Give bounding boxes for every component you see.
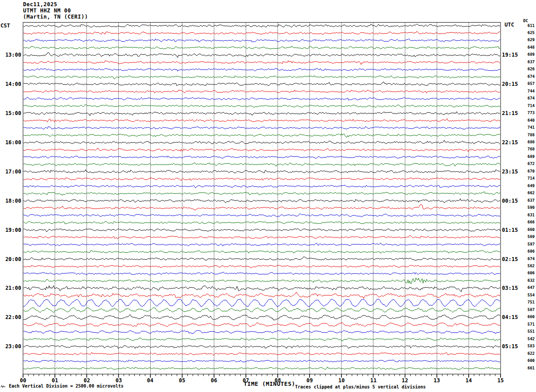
left-time-label-16:00: 16:00: [1, 139, 21, 146]
seismogram-trace-row-6: [23, 68, 500, 71]
right-time-label-02:15: 02:15: [502, 256, 518, 262]
helicorder-page: Dec11,2025 UTMT HHZ NM 00 (Martin, TN (C…: [0, 0, 536, 392]
left-time-label-21:00: 21:00: [1, 285, 21, 291]
dc-value-row-9: 744: [522, 89, 535, 93]
seismogram-trace-row-31: [23, 250, 500, 253]
seismogram-trace-row-40: [23, 315, 500, 320]
seismogram-trace-row-12: [23, 111, 500, 115]
dc-value-row-4: 689: [522, 52, 535, 57]
dc-value-row-15: 788: [522, 133, 535, 137]
dc-value-row-32: 674: [522, 257, 535, 261]
seismogram-trace-row-19: [23, 162, 500, 166]
seismogram-trace-row-23: [23, 192, 500, 196]
dc-value-row-44: 583: [522, 344, 535, 348]
x-tick-label-06: 06: [207, 377, 221, 384]
dc-value-row-2: 629: [522, 38, 535, 42]
dc-value-row-8: 657: [522, 81, 535, 86]
right-time-label-00:15: 00:15: [502, 198, 518, 204]
seismogram-trace-row-34: [23, 272, 500, 275]
dc-value-row-37: 554: [522, 293, 535, 297]
left-time-label-19:00: 19:00: [1, 227, 21, 233]
left-time-label-17:00: 17:00: [1, 169, 21, 175]
dc-value-row-14: 741: [522, 125, 535, 130]
seismogram-trace-row-41: [23, 323, 500, 327]
seismogram-trace-row-26: [23, 214, 500, 217]
dc-value-row-39: 567: [522, 307, 535, 312]
left-time-label-20:00: 20:00: [1, 256, 21, 262]
x-tick-label-15: 15: [493, 377, 508, 384]
seismogram-trace-row-7: [23, 76, 500, 79]
seismogram-trace-row-22: [23, 185, 500, 188]
right-time-label-01:15: 01:15: [502, 227, 518, 233]
dc-value-row-25: 590: [522, 205, 535, 210]
right-time-label-20:15: 20:15: [502, 81, 518, 87]
seismogram-trace-row-29: [23, 235, 500, 239]
seismogram-trace-row-46: [23, 360, 500, 362]
x-axis-title: TIME (MINUTES): [244, 380, 295, 387]
seismogram-trace-row-43: [23, 338, 500, 341]
dc-value-row-35: 632: [522, 278, 535, 283]
seismogram-trace-row-18: [23, 156, 500, 159]
seismogram-trace-row-30: [23, 243, 500, 246]
seismogram-trace-row-4: [23, 52, 500, 58]
x-tick-label-13: 13: [430, 377, 444, 384]
seismogram-trace-row-36: [23, 286, 500, 292]
dc-value-row-36: 647: [522, 285, 535, 290]
dc-value-row-41: 571: [522, 322, 535, 327]
x-tick-label-10: 10: [334, 377, 349, 384]
dc-value-row-7: 674: [522, 74, 535, 79]
x-tick-label-00: 00: [16, 377, 30, 384]
seismogram-trace-row-39: [23, 307, 500, 313]
dc-value-row-43: 542: [522, 337, 535, 341]
dc-value-row-10: 674: [522, 96, 535, 100]
left-time-label-15:00: 15:00: [1, 110, 21, 116]
dc-value-row-30: 597: [522, 242, 535, 246]
seismogram-trace-row-35: [23, 278, 500, 284]
seismogram-trace-row-11: [23, 104, 500, 108]
x-tick-label-14: 14: [462, 377, 476, 384]
dc-value-row-29: 569: [522, 234, 535, 239]
seismogram-trace-row-8: [23, 82, 500, 86]
dc-value-row-12: 773: [522, 111, 535, 115]
seismogram-trace-row-0: [23, 24, 500, 27]
seismogram-trace-row-33: [23, 265, 500, 268]
seismogram-trace-row-45: [23, 352, 500, 355]
dc-value-row-45: 622: [522, 351, 535, 356]
dc-value-row-34: 606: [522, 271, 535, 275]
dc-value-row-0: 611: [522, 23, 535, 28]
dc-value-row-26: 631: [522, 213, 535, 217]
seismogram-trace-row-9: [23, 90, 500, 93]
dc-value-row-23: 662: [522, 191, 535, 195]
right-time-label-04:15: 04:15: [502, 314, 518, 320]
seismogram-trace-row-42: [23, 331, 500, 334]
dc-value-row-20: 670: [522, 169, 535, 173]
footer-scale-note: Each Vertical Division = 2500.00 microvo…: [9, 384, 124, 388]
dc-value-row-33: 562: [522, 264, 535, 268]
dc-value-row-1: 625: [522, 31, 535, 35]
x-tick-label-12: 12: [398, 377, 412, 384]
right-time-label-03:15: 03:15: [502, 285, 518, 291]
left-time-label-13:00: 13:00: [1, 52, 21, 58]
seismogram-trace-row-2: [23, 38, 500, 42]
dc-value-row-42: 551: [522, 329, 535, 334]
seismogram-trace-row-13: [23, 119, 500, 122]
seismogram-trace-row-1: [23, 31, 500, 35]
right-time-label-22:15: 22:15: [502, 139, 518, 146]
dc-value-row-18: 689: [522, 154, 535, 159]
x-tick-label-02: 02: [80, 377, 94, 384]
seismogram-trace-row-20: [23, 170, 500, 173]
left-time-label-22:00: 22:00: [1, 314, 21, 320]
seismogram-trace-row-15: [23, 134, 500, 137]
dc-value-row-6: 626: [522, 67, 535, 71]
seismogram-trace-row-25: [23, 204, 500, 210]
seismogram-trace-row-5: [23, 61, 500, 65]
dc-value-row-31: 606: [522, 249, 535, 254]
left-time-label-18:00: 18:00: [1, 198, 21, 204]
right-time-label-23:15: 23:15: [502, 169, 518, 175]
seismogram-trace-row-10: [23, 97, 500, 100]
x-tick-label-05: 05: [175, 377, 189, 384]
dc-value-row-46: 600: [522, 358, 535, 363]
seismogram-trace-row-27: [23, 222, 500, 224]
dc-value-row-38: 751: [522, 300, 535, 304]
dc-value-row-24: 637: [522, 198, 535, 203]
